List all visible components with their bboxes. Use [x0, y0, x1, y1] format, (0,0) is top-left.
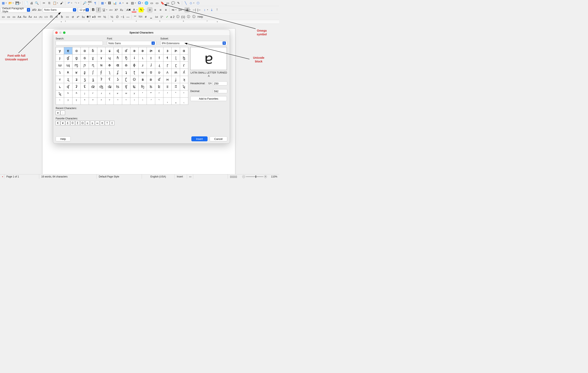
char-cell[interactable]: ʼ [163, 90, 172, 97]
dec-input[interactable] [213, 89, 227, 93]
char-cell[interactable]: ʂ [81, 69, 89, 76]
line-icon[interactable]: ╲ [183, 1, 188, 6]
emdash-icon[interactable]: — [126, 14, 130, 19]
status-zoom[interactable]: 110% [269, 174, 279, 179]
favorite-char-chip[interactable]: ‡ [110, 121, 114, 125]
char-cell[interactable]: ʒ [81, 76, 89, 83]
tex-icon[interactable]: TEX [138, 14, 143, 19]
char-cell[interactable]: ˎ [180, 97, 188, 105]
char-cell[interactable]: ʛ [155, 76, 163, 83]
field-dropdown[interactable]: ▾ [135, 2, 136, 4]
char-cell[interactable]: ʔ [97, 76, 105, 83]
ordinal-icon[interactable]: 1ˢ [159, 14, 164, 19]
char-cell[interactable]: ʺ [147, 90, 155, 97]
char-cell[interactable]: ɳ [89, 62, 97, 69]
favorite-char-chip[interactable]: † [105, 121, 109, 125]
underscore-icon[interactable]: ‗ [149, 14, 154, 19]
subset-select[interactable]: IPA Extensions ⇅ [160, 41, 227, 45]
font-color-icon[interactable]: A [132, 7, 136, 12]
char-cell[interactable]: ʡ [72, 83, 81, 90]
char-cell[interactable]: ˃ [89, 97, 97, 105]
favorite-char-chip[interactable]: € [56, 121, 60, 125]
char-cell[interactable]: ʪ [147, 83, 155, 90]
char-cell[interactable]: ɫ [155, 54, 163, 62]
draw-functions-icon[interactable]: ⬡ [195, 1, 200, 6]
textbox-dropdown[interactable]: ▾ [123, 2, 124, 4]
char-cell[interactable]: ɐ [64, 47, 72, 54]
char-cell[interactable]: ˁ [72, 97, 81, 105]
font-color-dropdown[interactable]: ▾ [136, 9, 138, 11]
char-cell[interactable]: ʟ [56, 83, 64, 90]
char-cell[interactable]: ɰ [64, 62, 72, 69]
first-icon[interactable]: 1st [154, 14, 159, 19]
char-cell[interactable]: ɲ [81, 62, 89, 69]
char-cell[interactable]: ʣ [89, 83, 97, 90]
paste-dropdown[interactable]: ▾ [57, 2, 59, 4]
help-button[interactable]: Help [56, 136, 71, 141]
char-cell[interactable]: ɮ [180, 54, 188, 62]
char-cell[interactable]: ʠ [64, 83, 72, 90]
selection-mode-icon[interactable]: ▭ [189, 175, 191, 178]
char-cell[interactable]: ɻ [155, 62, 163, 69]
char-cell[interactable]: ʏ [56, 76, 64, 83]
char-cell[interactable]: ˇ [122, 97, 130, 105]
char-cell[interactable]: ɱ [72, 62, 81, 69]
char-cell[interactable]: ʧ [122, 83, 130, 90]
zoom-slider[interactable] [246, 176, 263, 177]
char-cell[interactable]: ɕ [105, 47, 114, 54]
footnote-icon[interactable]: ▭ [149, 1, 154, 6]
char-cell[interactable]: ʊ [147, 69, 155, 76]
char-cell[interactable]: ʃ [89, 69, 97, 76]
char-cell[interactable]: ʱ [72, 90, 81, 97]
char-cell[interactable]: ə [139, 47, 147, 54]
char-cell[interactable]: ʅ [105, 69, 114, 76]
close-window-icon[interactable] [55, 32, 58, 34]
char-cell[interactable]: ɿ [56, 69, 64, 76]
paren1-icon[interactable]: (1) [181, 14, 186, 19]
char-cell[interactable]: ʽ [172, 90, 180, 97]
char-cell[interactable]: ɦ [114, 54, 122, 62]
maximize-window-icon[interactable] [63, 32, 65, 34]
export-pdf-icon[interactable]: 📄 [24, 1, 29, 6]
char-cell[interactable]: ɤ [97, 54, 105, 62]
increase-para-spacing-icon[interactable]: ⤓ [209, 7, 214, 12]
hex-input[interactable] [213, 81, 227, 85]
update-style-icon[interactable]: A↻ [32, 7, 37, 12]
formatting-marks-icon[interactable]: ¶ [93, 1, 98, 6]
char-cell[interactable]: ɥ [105, 54, 114, 62]
subscript-icon[interactable]: X₂ [119, 7, 124, 12]
check-icon[interactable]: ✓ [165, 14, 169, 19]
open-icon[interactable]: 📂 [8, 1, 13, 6]
strikethrough-icon[interactable]: abc [108, 7, 113, 12]
char-cell[interactable]: ʩ [139, 83, 147, 90]
image-icon[interactable]: 🖼 [107, 1, 112, 6]
superscript-icon[interactable]: X² [114, 7, 119, 12]
char-cell[interactable]: ɣ [89, 54, 97, 62]
char-cell[interactable]: ɩ [139, 54, 147, 62]
char-cell[interactable]: ɽ [172, 62, 180, 69]
favorite-char-chip[interactable]: Σ [75, 121, 80, 125]
cut-icon[interactable]: ✂ [42, 1, 46, 6]
char-cell[interactable]: ɪ [147, 54, 155, 62]
help-link[interactable]: Help [198, 15, 203, 18]
char-cell[interactable]: ʗ [122, 76, 130, 83]
insert-button[interactable]: Insert [191, 136, 208, 141]
char-cell[interactable]: ʞ [180, 76, 188, 83]
char-cell[interactable]: ˌ [163, 97, 172, 105]
special-char-dropdown[interactable]: ▾ [142, 2, 144, 4]
a2-icon[interactable]: a 2 [170, 14, 175, 19]
char-cell[interactable]: ɜ [163, 47, 172, 54]
char-cell[interactable]: ˂ [81, 97, 89, 105]
char-cell[interactable]: ʕ [105, 76, 114, 83]
table-icon[interactable]: ▦ [100, 1, 105, 6]
char-cell[interactable]: ʚ [147, 76, 155, 83]
half-icon[interactable]: ½ [102, 14, 107, 19]
char-cell[interactable]: ʉ [139, 69, 147, 76]
view-single-icon[interactable]: ▯ [230, 175, 231, 178]
font-size-select[interactable]: 12 pt ▾ [78, 7, 90, 12]
char-cell[interactable]: ˋ [155, 97, 163, 105]
save-dropdown[interactable]: ▾ [20, 2, 21, 4]
char-cell[interactable]: ʌ [163, 69, 172, 76]
field-icon[interactable]: ▤ [130, 1, 135, 6]
char-cell[interactable]: ɓ [89, 47, 97, 54]
